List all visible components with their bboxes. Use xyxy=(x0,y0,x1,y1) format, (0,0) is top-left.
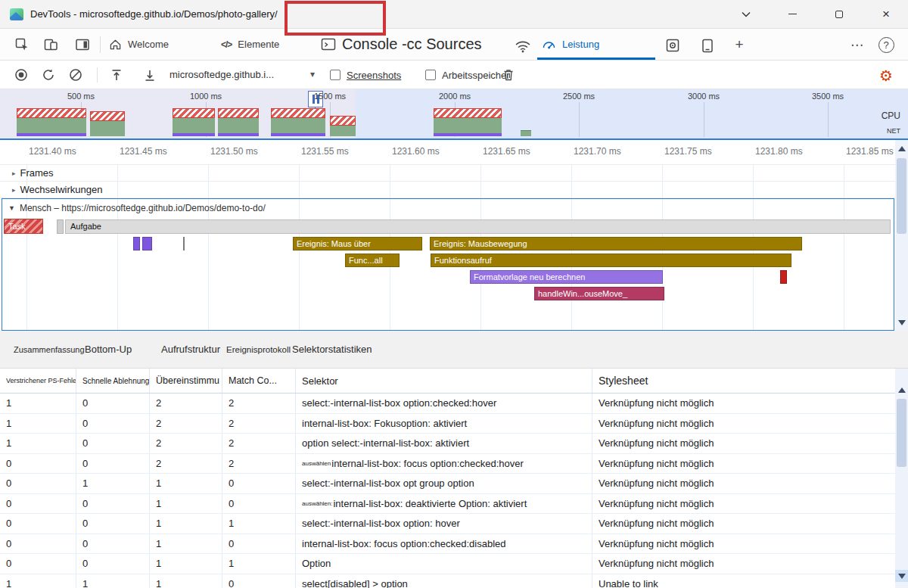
table-row[interactable]: 0010internal-list-box: focus option:chec… xyxy=(0,534,895,555)
tab-elements[interactable]: </> Elemente xyxy=(221,29,279,60)
target-dropdown[interactable]: microsoftedge.github.i... xyxy=(169,69,274,80)
flame-event-bar[interactable]: handleWin...ouseMove_ xyxy=(534,287,664,300)
bottom-tab-zusammenfassung[interactable]: Zusammenfassung xyxy=(14,331,85,368)
screenshots-checkbox[interactable] xyxy=(330,70,340,80)
cell-selector: select:-internal-list-box option: hover xyxy=(295,514,592,534)
track-main-thread[interactable]: ▼ Mensch – https://microsoftedge.github.… xyxy=(2,198,894,331)
cell-number: 2 xyxy=(149,394,222,413)
table-row[interactable]: 0011OptionVerknüpfung nicht möglich xyxy=(0,554,895,574)
table-row[interactable]: 1022internal-list-box: Fokusoption: akti… xyxy=(0,414,895,434)
long-task-hatch xyxy=(434,108,502,118)
flame-event-bar[interactable]: Ereignis: Mausbewegung xyxy=(430,237,802,250)
long-task-hatch xyxy=(173,108,215,118)
column-header[interactable]: Selektor xyxy=(295,369,592,393)
bottom-tab-selektorstatistiken[interactable]: Selektorstatistiken xyxy=(292,331,372,368)
network-icon[interactable] xyxy=(512,35,534,58)
column-header[interactable]: Match Co... xyxy=(222,369,295,393)
load-profile-icon[interactable] xyxy=(106,64,127,86)
flame-event-bar[interactable]: Funktionsaufruf xyxy=(431,254,791,267)
reload-record-button[interactable] xyxy=(38,64,59,86)
flame-event-bar[interactable]: Ereignis: Maus über xyxy=(293,237,422,250)
flame-event-bar[interactable] xyxy=(142,237,152,250)
flame-event-bar[interactable] xyxy=(183,237,185,250)
expand-arrow-icon[interactable]: ▸ xyxy=(12,186,16,194)
scrollbar-thumb[interactable] xyxy=(897,158,906,234)
tabbar-divider xyxy=(100,36,101,53)
tab-performance-label: Leistung xyxy=(562,39,599,50)
overview-gridline xyxy=(579,102,580,137)
devtools-logo-icon xyxy=(9,7,24,22)
long-task-hatch xyxy=(17,108,86,118)
minimize-icon xyxy=(788,14,797,14)
device-emulation-icon[interactable] xyxy=(696,34,719,57)
bottom-tab-bottom-up[interactable]: Bottom-Up xyxy=(85,331,132,368)
screenshots-label[interactable]: Screenshots xyxy=(347,70,401,81)
table-row[interactable]: 1022option select:-internal-list-box: ak… xyxy=(0,434,895,454)
scroll-down-icon[interactable] xyxy=(895,316,908,328)
clear-button[interactable] xyxy=(65,64,86,86)
table-row[interactable]: 0010auswählen: internal-list-box: deakti… xyxy=(0,494,895,515)
device-toolbar-icon[interactable] xyxy=(39,33,62,56)
capture-settings-gear-icon[interactable]: ⚙ xyxy=(875,65,897,86)
scrollbar-thumb[interactable] xyxy=(897,399,906,467)
column-header[interactable]: Stylesheet xyxy=(592,369,895,393)
ruler-tick-label: 1231.65 ms xyxy=(483,146,530,157)
column-header[interactable]: Übereinstimmu xyxy=(149,369,222,393)
maximize-icon xyxy=(835,11,843,18)
table-row[interactable]: 0022auswähleninternal-list-box: focus op… xyxy=(0,454,895,474)
chevron-down-icon[interactable]: ▾ xyxy=(310,69,315,79)
net-lane-label: NET xyxy=(887,127,900,135)
interactions-track-label: Wechselwirkungen xyxy=(20,184,103,195)
table-row[interactable]: 1022select:-internal-list-box option:che… xyxy=(0,394,895,414)
record-button[interactable] xyxy=(11,64,32,86)
performance-icon xyxy=(542,38,556,51)
scroll-up-icon[interactable] xyxy=(895,142,908,154)
ruler-tick-label: 1231.50 ms xyxy=(210,146,258,157)
scroll-down-icon[interactable] xyxy=(895,570,908,582)
flame-event-bar[interactable]: Func...all xyxy=(345,254,400,267)
overview-strip[interactable]: CPU NET 500 ms1000 ms1500 ms2000 ms2500 … xyxy=(0,89,908,140)
close-button[interactable]: × xyxy=(869,0,903,28)
dock-side-icon[interactable] xyxy=(71,33,94,56)
cell-number: 0 xyxy=(0,474,76,493)
flame-event-bar[interactable] xyxy=(133,237,140,250)
save-profile-icon[interactable] xyxy=(139,64,160,86)
tab-console-sources[interactable]: Console -cc Sources xyxy=(321,29,482,60)
window-title: DevTools - microsoftedge.github.io/Demos… xyxy=(30,8,278,20)
ruler-tick-label: 1231.75 ms xyxy=(664,146,712,157)
track-interactions[interactable]: ▸ Wechselwirkungen xyxy=(0,182,895,198)
more-options-button[interactable]: ⋯ xyxy=(846,33,869,56)
customize-devtools-icon[interactable] xyxy=(661,34,684,57)
memory-checkbox[interactable] xyxy=(425,70,436,80)
inspect-icon[interactable] xyxy=(11,33,33,56)
home-icon xyxy=(109,39,122,51)
dock-chevron-button[interactable] xyxy=(729,0,763,28)
tab-performance[interactable]: Leistung xyxy=(542,29,599,60)
cell-selector: select:-internal-list-box opt group opti… xyxy=(295,474,592,493)
flame-event-bar[interactable]: Formatvorlage neu berechnen xyxy=(470,270,663,284)
maximize-button[interactable] xyxy=(822,0,857,28)
table-row[interactable]: 1110select[disabled] > optionUnable to l… xyxy=(0,574,895,588)
flame-event-bar[interactable] xyxy=(780,270,787,284)
minimize-button[interactable] xyxy=(775,0,810,28)
cell-number: 0 xyxy=(222,534,295,554)
help-button[interactable]: ? xyxy=(875,33,897,56)
bottom-tab-aufrufstruktur[interactable]: Aufrufstruktur xyxy=(161,331,220,368)
expand-arrow-icon[interactable]: ▸ xyxy=(12,170,16,177)
column-header[interactable]: Verstrichener PS-Fehler xyxy=(0,369,76,393)
table-row[interactable]: 0011select:-internal-list-box option: ho… xyxy=(0,514,895,534)
cell-number: 1 xyxy=(149,474,222,493)
table-row[interactable]: 0110select:-internal-list-box opt group … xyxy=(0,474,895,494)
cell-number: 1 xyxy=(76,574,149,588)
timeline-scrollbar[interactable] xyxy=(895,140,908,331)
table-scrollbar[interactable] xyxy=(895,369,908,588)
scroll-up-icon[interactable] xyxy=(895,384,908,396)
bottom-tab-ereignisprotokoll[interactable]: Ereignisprotokoll xyxy=(226,331,291,368)
cell-stylesheet: Verknüpfung nicht möglich xyxy=(592,454,895,474)
trash-icon[interactable] xyxy=(498,64,519,86)
timeline-ruler[interactable]: 1231.40 ms1231.45 ms1231.50 ms1231.55 ms… xyxy=(0,140,895,165)
column-header[interactable]: Schnelle Ablehnung xyxy=(76,369,149,393)
track-frames[interactable]: ▸ Frames xyxy=(0,165,895,182)
add-tab-button[interactable]: + xyxy=(728,33,751,56)
tab-welcome[interactable]: Welcome xyxy=(109,29,169,60)
